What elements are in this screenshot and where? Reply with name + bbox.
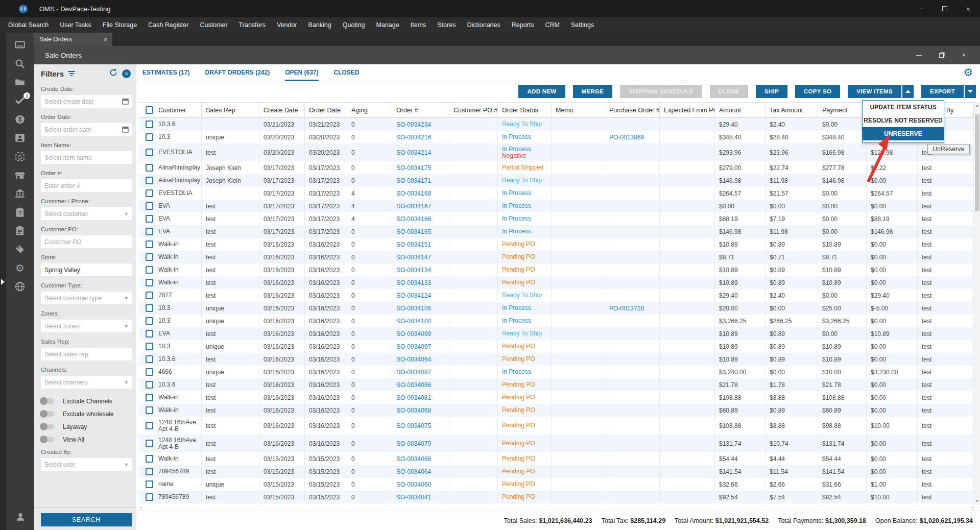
shipping-schedule-button[interactable]: SHIPPING SCHEDULE	[620, 85, 702, 98]
row-checkbox[interactable]	[146, 279, 153, 286]
channels-select[interactable]: Select channels▼	[41, 376, 132, 389]
row-checkbox[interactable]	[146, 215, 153, 223]
order-link[interactable]: SO-0034100	[396, 318, 431, 325]
row-checkbox[interactable]	[146, 292, 153, 299]
order-link[interactable]: SO-0034041	[396, 494, 431, 501]
order-link[interactable]: SO-0034168	[396, 190, 431, 197]
grid-settings-gear-icon[interactable]: ⚙	[963, 67, 973, 78]
menu-stores[interactable]: Stores	[432, 21, 461, 29]
order-link[interactable]: SO-0034134	[396, 267, 431, 274]
store-select[interactable]: Spring Valley	[41, 263, 132, 276]
toggle-layaway[interactable]: Layaway	[41, 420, 132, 433]
table-row[interactable]: 1248 16thAve. Apt 4-Btest03/16/202303/16…	[139, 417, 974, 435]
search-icon[interactable]	[11, 54, 29, 73]
row-checkbox[interactable]	[146, 240, 153, 248]
menu-vendor[interactable]: Vendor	[271, 21, 303, 29]
gear-icon[interactable]: ⚙	[11, 259, 29, 277]
toggle-exclude-wholesale[interactable]: Exclude wholesale	[41, 407, 132, 420]
purchase-order-link[interactable]: PO-0013869	[609, 134, 644, 141]
scroll-right-icon[interactable]: ›	[972, 504, 973, 510]
item-name-input[interactable]: Select item name	[41, 151, 132, 164]
create-date-input[interactable]: Select create date	[41, 95, 132, 108]
table-row[interactable]: 4666unique03/16/202303/16/20230SO-003408…	[139, 366, 974, 378]
row-checkbox[interactable]	[146, 381, 153, 389]
table-row[interactable]: 10.3unique03/16/202303/16/20230SO-003410…	[139, 302, 974, 315]
globe-icon[interactable]	[11, 277, 29, 296]
order-link[interactable]: SO-0034075	[396, 422, 431, 429]
tab-draft-orders[interactable]: DRAFT ORDERS (242)	[205, 64, 270, 81]
inner-restore-button[interactable]	[930, 46, 952, 64]
pos-terminal-icon[interactable]	[11, 36, 29, 54]
menu-item-resolve-not-reserved[interactable]: RESOLVE NOT RESERVED	[863, 114, 944, 127]
tasks-check-icon[interactable]: 2	[11, 91, 29, 110]
row-checkbox[interactable]	[146, 440, 153, 447]
table-row[interactable]: EVAtest03/16/202303/16/20230SO-0034099Re…	[139, 327, 974, 340]
column-header-order_date[interactable]: Order Date	[305, 103, 347, 117]
user-icon[interactable]	[11, 508, 30, 526]
menu-customer[interactable]: Customer	[194, 21, 233, 29]
order-link[interactable]: SO-0034097	[396, 343, 431, 350]
column-header-purchase_order[interactable]: Purchase Order #	[605, 103, 660, 117]
table-row[interactable]: EVAtest03/17/202303/17/20234SO-0034166In…	[139, 212, 974, 225]
row-checkbox[interactable]	[146, 343, 153, 350]
store-icon[interactable]	[11, 166, 29, 184]
row-checkbox[interactable]	[146, 253, 153, 261]
menu-global-search[interactable]: Global Search	[3, 21, 54, 29]
menu-item-update-item-status[interactable]: UPDATE ITEM STATUS	[863, 101, 944, 114]
row-checkbox[interactable]	[146, 455, 153, 463]
menu-reports[interactable]: Reports	[506, 21, 540, 29]
table-row[interactable]: nameunique03/15/202303/15/20230SO-003406…	[139, 478, 974, 491]
row-checkbox[interactable]	[146, 189, 153, 197]
table-row[interactable]: 10.3.603/21/202303/21/20230SO-0034234Rea…	[139, 118, 974, 131]
scrollbar-thumb[interactable]	[975, 114, 979, 211]
column-header-customer[interactable]: Customer	[154, 103, 202, 117]
column-header-order_no[interactable]: Order #	[392, 103, 449, 117]
table-row[interactable]: AlinaRindisplayJoseph Klein03/17/202303/…	[139, 161, 974, 174]
order-link[interactable]: SO-0034133	[396, 279, 431, 286]
order-link[interactable]: SO-0034099	[396, 330, 431, 338]
contact-icon[interactable]	[11, 129, 29, 147]
inner-minimize-button[interactable]	[907, 46, 930, 64]
table-row[interactable]: 10.3unique03/16/202303/16/20230SO-003410…	[139, 315, 974, 327]
order-link[interactable]: SO-0034165	[396, 228, 431, 235]
order-link[interactable]: SO-0034060	[396, 481, 431, 488]
toggle-view-all[interactable]: View All	[41, 433, 132, 446]
view-items-dropdown-arrow[interactable]	[902, 85, 914, 98]
row-checkbox[interactable]	[146, 149, 153, 156]
row-checkbox[interactable]	[146, 480, 153, 488]
table-row[interactable]: 7877test03/16/202303/16/20230SO-0034124R…	[139, 289, 974, 302]
scroll-down-icon[interactable]: ▼	[974, 499, 980, 503]
menu-banking[interactable]: Banking	[303, 21, 337, 29]
order-link[interactable]: SO-0034124	[396, 292, 431, 299]
row-checkbox[interactable]	[146, 228, 153, 235]
row-checkbox[interactable]	[146, 177, 153, 184]
close-order-button[interactable]: CLOSE	[710, 85, 748, 98]
bank-icon[interactable]	[11, 184, 29, 203]
table-row[interactable]: 789456789test03/15/202303/15/20230SO-003…	[139, 491, 974, 503]
order-link[interactable]: SO-0034234	[396, 121, 431, 128]
order-link[interactable]: SO-0034094	[396, 356, 431, 363]
table-row[interactable]: Walk-intest03/16/202303/16/20230SO-00341…	[139, 238, 974, 251]
menu-file-storage[interactable]: File Storage	[97, 21, 142, 29]
sales-rep-input[interactable]: Select sales rep	[41, 348, 132, 360]
row-checkbox[interactable]	[146, 422, 153, 429]
row-checkbox[interactable]	[146, 266, 153, 274]
refresh-icon[interactable]	[109, 68, 117, 79]
order-link[interactable]: SO-0034087	[396, 369, 431, 376]
row-checkbox[interactable]	[146, 133, 153, 141]
column-header-sales_rep[interactable]: Sales Rep	[202, 103, 259, 117]
order-number-input[interactable]: Enter order #	[41, 179, 132, 192]
column-header-payment[interactable]: Payment	[818, 103, 867, 117]
menu-cash-register[interactable]: Cash Register	[142, 21, 194, 29]
created-by-select[interactable]: Select user▼	[41, 458, 132, 471]
view-items-button[interactable]: VIEW ITEMS	[848, 85, 901, 98]
row-checkbox[interactable]	[146, 304, 153, 312]
search-button[interactable]: SEARCH	[41, 513, 132, 526]
order-link[interactable]: SO-0034151	[396, 241, 431, 248]
table-row[interactable]: EVAtest03/17/202303/17/20230SO-0034165In…	[139, 225, 974, 238]
order-link[interactable]: SO-0034086	[396, 381, 431, 389]
row-checkbox[interactable]	[146, 493, 153, 501]
vertical-scrollbar[interactable]: ▲ ▼	[974, 102, 980, 504]
purchase-order-link[interactable]: PO-0013728	[609, 305, 644, 312]
table-row[interactable]: 10.3.6test03/16/202303/16/20230SO-003409…	[139, 353, 974, 366]
